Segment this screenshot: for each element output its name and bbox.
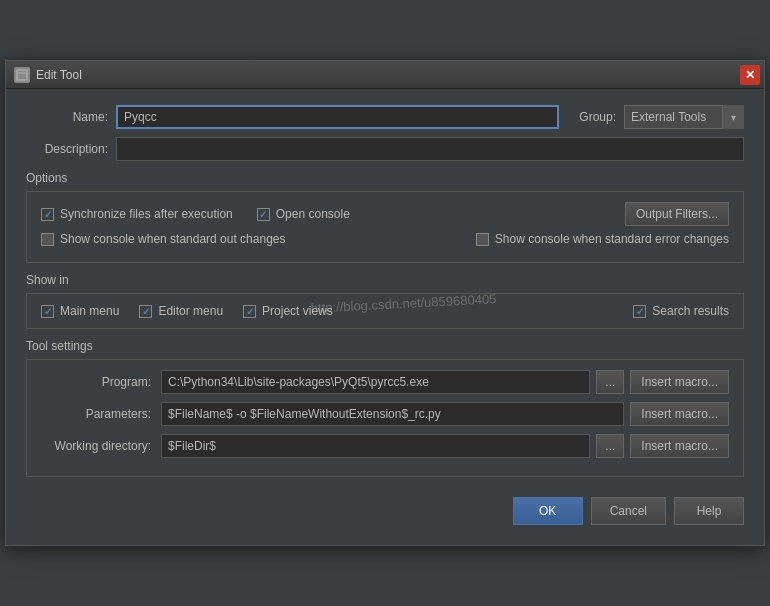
editor-menu-checkbox[interactable]: [139, 305, 152, 318]
project-views-checkbox[interactable]: [243, 305, 256, 318]
group-select[interactable]: External Tools: [624, 105, 744, 129]
group-select-wrapper[interactable]: External Tools ▾: [624, 105, 744, 129]
project-views-item[interactable]: Project views: [243, 304, 333, 318]
working-dir-dots-button[interactable]: ...: [596, 434, 624, 458]
search-results-checkbox[interactable]: [633, 305, 646, 318]
parameters-row: Parameters: Insert macro...: [41, 402, 729, 426]
open-console-label: Open console: [276, 207, 350, 221]
show-console-stderr-checkbox[interactable]: [476, 233, 489, 246]
sync-files-checkbox[interactable]: [41, 208, 54, 221]
options-section: Synchronize files after execution Open c…: [26, 191, 744, 263]
tool-settings-header: Tool settings: [26, 339, 744, 353]
group-label: Group:: [579, 110, 616, 124]
sync-files-item[interactable]: Synchronize files after execution: [41, 207, 233, 221]
name-row: Name: Group: External Tools ▾: [26, 105, 744, 129]
dialog-footer: OK Cancel Help: [26, 487, 744, 529]
parameters-insert-macro-button[interactable]: Insert macro...: [630, 402, 729, 426]
close-button[interactable]: ✕: [740, 65, 760, 85]
sync-files-label: Synchronize files after execution: [60, 207, 233, 221]
options-row-1: Synchronize files after execution Open c…: [41, 202, 729, 226]
main-menu-checkbox[interactable]: [41, 305, 54, 318]
editor-menu-item[interactable]: Editor menu: [139, 304, 223, 318]
dialog-content: Name: Group: External Tools ▾ Descriptio…: [6, 89, 764, 545]
output-filters-button[interactable]: Output Filters...: [625, 202, 729, 226]
parameters-label: Parameters:: [41, 407, 161, 421]
show-in-section: Main menu Editor menu Project views Sear…: [26, 293, 744, 329]
name-input[interactable]: [116, 105, 559, 129]
editor-menu-label: Editor menu: [158, 304, 223, 318]
window-title: Edit Tool: [36, 68, 82, 82]
options-row-2: Show console when standard out changes S…: [41, 232, 729, 246]
working-dir-row: Working directory: ... Insert macro...: [41, 434, 729, 458]
program-insert-macro-button[interactable]: Insert macro...: [630, 370, 729, 394]
tool-settings-section: Program: ... Insert macro... Parameters:…: [26, 359, 744, 477]
show-console-stdout-label: Show console when standard out changes: [60, 232, 286, 246]
window-icon: [14, 67, 30, 83]
open-console-checkbox[interactable]: [257, 208, 270, 221]
program-label: Program:: [41, 375, 161, 389]
ok-button[interactable]: OK: [513, 497, 583, 525]
show-console-stderr-item[interactable]: Show console when standard error changes: [476, 232, 729, 246]
help-button[interactable]: Help: [674, 497, 744, 525]
group-section: Group: External Tools ▾: [579, 105, 744, 129]
open-console-item[interactable]: Open console: [257, 207, 350, 221]
search-results-label: Search results: [652, 304, 729, 318]
show-in-header: Show in: [26, 273, 744, 287]
project-views-label: Project views: [262, 304, 333, 318]
description-input[interactable]: [116, 137, 744, 161]
working-dir-insert-macro-button[interactable]: Insert macro...: [630, 434, 729, 458]
program-row: Program: ... Insert macro...: [41, 370, 729, 394]
show-console-stdout-item[interactable]: Show console when standard out changes: [41, 232, 286, 246]
show-console-stdout-checkbox[interactable]: [41, 233, 54, 246]
program-dots-button[interactable]: ...: [596, 370, 624, 394]
working-dir-label: Working directory:: [41, 439, 161, 453]
description-row: Description:: [26, 137, 744, 161]
show-in-row: Main menu Editor menu Project views Sear…: [41, 304, 729, 318]
main-menu-item[interactable]: Main menu: [41, 304, 119, 318]
name-label: Name:: [26, 110, 116, 124]
svg-rect-0: [17, 70, 27, 80]
parameters-input[interactable]: [161, 402, 624, 426]
edit-tool-window: Edit Tool ✕ Name: Group: External Tools …: [5, 60, 765, 546]
working-dir-input[interactable]: [161, 434, 590, 458]
cancel-button[interactable]: Cancel: [591, 497, 666, 525]
show-console-stderr-label: Show console when standard error changes: [495, 232, 729, 246]
options-header: Options: [26, 171, 744, 185]
search-results-item[interactable]: Search results: [633, 304, 729, 318]
title-bar: Edit Tool ✕: [6, 61, 764, 89]
main-menu-label: Main menu: [60, 304, 119, 318]
description-label: Description:: [26, 142, 116, 156]
program-input[interactable]: [161, 370, 590, 394]
